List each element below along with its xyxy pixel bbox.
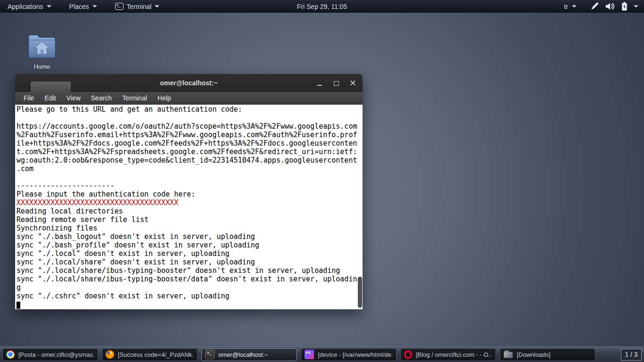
chrome-icon xyxy=(6,350,15,359)
places-menu[interactable]: Places xyxy=(67,0,99,13)
taskbar-window-button[interactable]: [Posta - omer.ciftci@ysmas.... xyxy=(2,348,98,361)
taskbar-window-button[interactable]: [Blog / omerciftci.com - - O... xyxy=(400,348,496,361)
terminal-line: ile+https%3A%2F%2Fdocs.google.com%2Ffeed… xyxy=(17,139,363,148)
firefox-icon xyxy=(106,350,114,359)
terminal-line: https://accounts.google.com/o/oauth2/aut… xyxy=(17,122,363,131)
chevron-down-icon xyxy=(634,5,638,8)
terminal-line: .com xyxy=(17,165,363,173)
menubar-item[interactable]: Edit xyxy=(40,93,61,103)
minimize-button[interactable] xyxy=(317,80,323,86)
home-folder-icon xyxy=(27,53,57,61)
terminal-line: sync "./.local/share" doesn't exist in s… xyxy=(17,258,363,266)
chevron-down-icon xyxy=(155,5,159,8)
keyboard-layout-label: tr xyxy=(564,3,568,10)
desktop-icon-home[interactable]: Home xyxy=(23,33,61,70)
panel-status-area: tr xyxy=(564,2,638,11)
render-artifact xyxy=(31,82,71,92)
terminal-line: Synchronizing files xyxy=(17,224,363,232)
taskbar-window-button[interactable]: omer@localhost:~ xyxy=(201,348,297,361)
taskbar-window-label: [Blog / omerciftci.com - - O... xyxy=(416,351,492,358)
opera-icon xyxy=(404,350,412,359)
taskbar-window-label: [device - [/var/www/html/de... xyxy=(318,351,393,358)
taskbar-window-label: [Downloads] xyxy=(517,351,551,358)
applications-menu[interactable]: Applications xyxy=(6,0,53,13)
maximize-button[interactable] xyxy=(333,80,339,86)
terminal-output: Please go to this URL and get an authent… xyxy=(15,105,363,309)
terminal-line: %2Fauth%2Fuserinfo.email+https%3A%2F%2Fw… xyxy=(17,131,363,139)
terminal-line: ----------------------- xyxy=(17,181,363,190)
terminal-icon xyxy=(205,350,215,359)
active-window-menu[interactable]: Terminal xyxy=(113,0,162,13)
terminal-icon xyxy=(115,3,124,10)
terminal-output-lines: Please go to this URL and get an authent… xyxy=(17,105,363,309)
taskbar-window-label: [Success code=4/_PzdANk... xyxy=(118,351,194,358)
taskbar-window-label: [Posta - omer.ciftci@ysmas.... xyxy=(18,351,94,358)
taskbar-window-button[interactable]: [Downloads] xyxy=(500,348,595,361)
workspace-indicator[interactable]: 1 / 3 xyxy=(621,349,642,361)
panel-menus: Applications Places Terminal xyxy=(6,0,161,13)
battery-charging-icon xyxy=(621,2,627,11)
system-status-icons[interactable] xyxy=(590,2,638,11)
folder-icon xyxy=(504,352,513,358)
terminal-titlebar[interactable]: omer@localhost:~ xyxy=(15,74,363,92)
clock-label: Fri Sep 29, 11:05 xyxy=(297,3,347,10)
workspace-indicator-label: 1 / 3 xyxy=(625,351,637,358)
scrollbar-thumb[interactable] xyxy=(358,277,362,308)
terminal-line xyxy=(17,300,363,309)
volume-icon xyxy=(605,2,615,10)
taskbar-window-button[interactable]: [device - [/var/www/html/de... xyxy=(301,348,396,361)
terminal-line: sync "./.local/share/ibus-typing-booster… xyxy=(17,275,363,283)
top-panel: Applications Places Terminal Fri Sep 29,… xyxy=(0,0,644,13)
terminal-line xyxy=(17,173,363,181)
chevron-down-icon xyxy=(47,5,51,8)
close-button[interactable] xyxy=(350,80,356,86)
taskbar: [Posta - omer.ciftci@ysmas.... [Success … xyxy=(0,346,644,362)
terminal-line: sync "./.bash_logout" doesn't exist in s… xyxy=(17,232,363,241)
terminal-line: sync "./.cshrc" doesn't exist in server,… xyxy=(17,292,363,300)
clock[interactable]: Fri Sep 29, 11:05 xyxy=(297,0,347,13)
applications-menu-label: Applications xyxy=(8,3,43,10)
terminal-line: Please go to this URL and get an authent… xyxy=(17,105,363,114)
menubar-item[interactable]: Help xyxy=(152,93,176,103)
terminal-line: Reading local directories xyxy=(17,207,363,215)
terminal-line: sync "./.bash_profile" doesn't exist in … xyxy=(17,241,363,249)
terminal-line: t.com%2F+https%3A%2F%2Fspreadsheets.goog… xyxy=(17,148,363,156)
menubar-item[interactable]: View xyxy=(61,93,86,103)
terminal-line: g xyxy=(17,283,363,292)
terminal-line xyxy=(17,114,363,122)
taskbar-window-label: omer@localhost:~ xyxy=(218,351,268,358)
desktop-icon-label: Home xyxy=(23,63,61,70)
keyboard-layout-indicator[interactable]: tr xyxy=(564,3,577,10)
terminal-line: sync "./.local" doesn't exist in server,… xyxy=(17,249,363,258)
chevron-down-icon xyxy=(572,5,577,8)
terminal-line: wg:oauth:2.0:oob&response_type=code&clie… xyxy=(17,156,363,165)
places-menu-label: Places xyxy=(69,3,89,10)
terminal-window: omer@localhost:~ File Edit View Search T… xyxy=(15,74,363,310)
active-window-menu-label: Terminal xyxy=(127,3,152,10)
chevron-down-icon xyxy=(92,5,97,8)
input-pen-icon xyxy=(590,2,599,11)
window-controls xyxy=(317,74,356,92)
phpstorm-icon xyxy=(305,350,314,359)
window-title: omer@localhost:~ xyxy=(160,79,217,87)
menubar-item[interactable]: Terminal xyxy=(117,93,152,103)
terminal-line: sync "./.local/share/ibus-typing-booster… xyxy=(17,266,363,275)
terminal-line: XXXXXXXXXXXXXXXXXXXXXXXXXXXXXXXXXXXXXX xyxy=(17,198,363,207)
taskbar-window-button[interactable]: [Success code=4/_PzdANk... xyxy=(102,348,198,361)
terminal-line: Reading remote server file list xyxy=(17,215,363,224)
taskbar-window-list: [Posta - omer.ciftci@ysmas.... [Success … xyxy=(2,348,595,361)
terminal-line: Please input the authentication code her… xyxy=(17,190,363,198)
terminal-menubar: File Edit View Search Terminal Help xyxy=(15,92,363,105)
menubar-item[interactable]: Search xyxy=(86,93,117,103)
menubar-item[interactable]: File xyxy=(18,93,40,103)
